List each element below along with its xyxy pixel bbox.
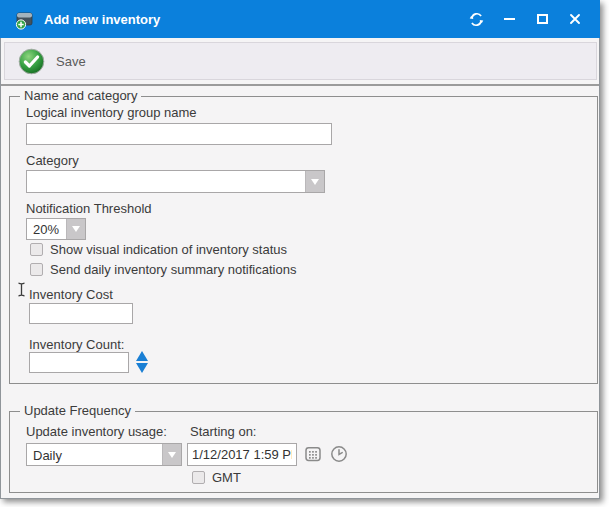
group-name-input[interactable] (26, 123, 332, 145)
threshold-value: 20% (33, 222, 59, 237)
save-label: Save (56, 54, 86, 69)
threshold-label: Notification Threshold (26, 201, 152, 216)
daily-summary-row: Send daily inventory summary notificatio… (30, 262, 296, 277)
group-update-frequency: Update Frequency Update inventory usage:… (9, 411, 598, 493)
group-legend: Update Frequency (20, 403, 135, 418)
starting-on-input[interactable] (187, 443, 297, 466)
usage-select[interactable]: Daily (26, 443, 182, 466)
check-circle-icon (18, 48, 45, 75)
daily-summary-checkbox[interactable] (30, 263, 43, 276)
titlebar: Add new inventory (0, 0, 600, 38)
category-label: Category (26, 153, 79, 168)
threshold-select[interactable]: 20% (26, 218, 86, 240)
count-spinner (136, 351, 148, 373)
clock-icon (330, 445, 348, 463)
gmt-label: GMT (212, 470, 241, 485)
group-name-label: Logical inventory group name (26, 105, 197, 120)
calendar-icon (305, 446, 321, 462)
refresh-button[interactable] (467, 10, 485, 28)
spinner-down-icon[interactable] (136, 363, 148, 373)
usage-value: Daily (33, 447, 62, 462)
visual-indication-checkbox[interactable] (30, 243, 43, 256)
chevron-down-icon (72, 226, 80, 232)
toolbar-separator (1, 84, 599, 86)
daily-summary-label: Send daily inventory summary notificatio… (50, 262, 296, 277)
starting-on-label: Starting on: (190, 424, 257, 439)
visual-indication-label: Show visual indication of inventory stat… (50, 242, 287, 257)
count-input[interactable] (29, 352, 129, 373)
group-name-and-category: Name and category Logical inventory grou… (9, 96, 598, 384)
minimize-button[interactable] (500, 10, 518, 28)
maximize-button[interactable] (533, 10, 551, 28)
count-label: Inventory Count: (29, 337, 124, 352)
usage-dropdown-button[interactable] (162, 444, 181, 465)
group-legend: Name and category (20, 88, 141, 103)
threshold-dropdown-button[interactable] (66, 219, 85, 239)
time-picker-button[interactable] (329, 444, 348, 463)
cost-label: Inventory Cost (29, 287, 113, 302)
window-title: Add new inventory (44, 12, 160, 27)
category-select[interactable] (26, 170, 325, 193)
gmt-row: GMT (192, 470, 241, 485)
usage-label: Update inventory usage: (26, 424, 167, 439)
chevron-down-icon (168, 452, 176, 458)
window-controls (467, 10, 584, 28)
toolbar: Save (4, 42, 597, 80)
calendar-picker-button[interactable] (304, 445, 322, 463)
i-beam-cursor (17, 282, 26, 301)
save-button[interactable]: Save (18, 48, 86, 75)
category-dropdown-button[interactable] (305, 171, 324, 192)
cost-input[interactable] (29, 303, 133, 324)
inventory-add-icon (14, 9, 35, 30)
spinner-up-icon[interactable] (136, 351, 148, 361)
chevron-down-icon (311, 179, 319, 185)
gmt-checkbox[interactable] (192, 471, 205, 484)
dialog-window: Add new inventory (0, 0, 600, 499)
visual-indication-row: Show visual indication of inventory stat… (30, 242, 287, 257)
close-button[interactable] (566, 10, 584, 28)
